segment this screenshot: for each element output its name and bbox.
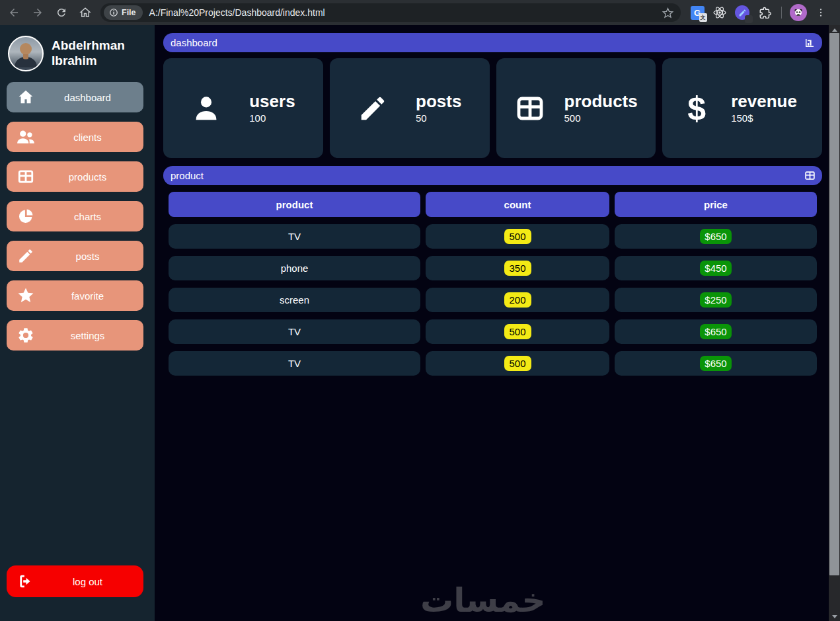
- card-title: users: [249, 93, 295, 110]
- product-cell: TV: [169, 351, 420, 376]
- sidebar-item-label: posts: [45, 251, 143, 262]
- sidebar-item-label: dashboard: [45, 92, 143, 103]
- table-icon: [514, 93, 546, 124]
- price-badge: $650: [700, 229, 731, 244]
- product-cell: TV: [169, 224, 420, 249]
- sidebar-menu: dashboard clients products charts: [0, 81, 155, 351]
- column-header-price: price: [615, 192, 817, 217]
- site-info-chip[interactable]: File: [104, 5, 143, 20]
- count-badge: 350: [504, 261, 531, 276]
- sidebar: Abdelrhman Ibrahim dashboard clients: [0, 25, 155, 621]
- table-icon: [7, 168, 45, 185]
- column-header-count: count: [426, 192, 609, 217]
- stat-card-revenue: $ revenue 150$: [662, 58, 822, 158]
- price-cell: $650: [615, 319, 817, 344]
- sidebar-item-label: settings: [45, 330, 143, 341]
- bar-chart-icon: [804, 37, 816, 49]
- logout-button[interactable]: log out: [7, 565, 143, 597]
- count-badge: 200: [504, 292, 531, 308]
- product-cell: TV: [169, 319, 420, 344]
- stat-cards: users 100 posts 50 products 500 $: [163, 58, 822, 158]
- main-content: dashboard users 100 posts 50: [155, 25, 829, 621]
- address-bar[interactable]: File A:/Final%20Projects/Dashboard/index…: [100, 3, 681, 22]
- column-header-product: product: [169, 192, 420, 217]
- count-badge: 500: [504, 356, 531, 371]
- site-info-label: File: [122, 8, 136, 17]
- pencil-icon: [7, 247, 45, 265]
- card-title: products: [564, 93, 638, 110]
- sidebar-item-clients[interactable]: clients: [7, 122, 143, 152]
- price-badge: $450: [700, 261, 731, 276]
- extensions-puzzle-icon[interactable]: [755, 3, 775, 22]
- price-cell: $250: [615, 288, 817, 312]
- table-row: phone 350 $450: [169, 256, 817, 280]
- gear-icon: [7, 327, 45, 344]
- scrollbar-thumb[interactable]: [829, 33, 839, 575]
- scrollbar-down-button[interactable]: [829, 612, 840, 621]
- count-badge: 500: [504, 324, 531, 339]
- sidebar-item-settings[interactable]: settings: [7, 320, 143, 351]
- price-badge: $650: [700, 356, 731, 371]
- sidebar-item-favorite[interactable]: favorite: [7, 280, 143, 311]
- sidebar-item-label: favorite: [45, 290, 143, 302]
- count-badge: 500: [504, 229, 531, 244]
- product-section-header: product: [163, 166, 822, 185]
- url-text: A:/Final%20Projects/Dashboard/index.html: [149, 7, 325, 18]
- table-row: TV 500 $650: [169, 224, 817, 249]
- browser-toolbar: File A:/Final%20Projects/Dashboard/index…: [0, 0, 840, 25]
- forward-button[interactable]: [26, 2, 49, 23]
- product-table: product count price TV 500 $650 phone 35…: [169, 192, 817, 376]
- price-badge: $250: [700, 292, 731, 308]
- home-icon: [79, 7, 91, 19]
- card-title: revenue: [731, 93, 797, 110]
- sidebar-item-products[interactable]: products: [7, 161, 143, 192]
- home-button[interactable]: [74, 2, 96, 23]
- table-row: TV 500 $650: [169, 319, 817, 344]
- page-scrollbar[interactable]: [829, 25, 840, 621]
- logout-label: log out: [45, 576, 143, 587]
- card-value: 150$: [731, 112, 753, 124]
- price-cell: $650: [615, 351, 817, 376]
- stat-card-products: products 500: [496, 58, 656, 158]
- card-value: 50: [416, 112, 427, 124]
- dashboard-section-title: dashboard: [171, 37, 217, 48]
- reload-icon: [56, 7, 67, 19]
- react-devtools-extension-icon[interactable]: [710, 3, 730, 22]
- khamsat-watermark: خمسات: [420, 581, 545, 620]
- profile-avatar: [8, 36, 44, 71]
- table-row: TV 500 $650: [169, 351, 817, 376]
- browser-profile-avatar[interactable]: [788, 3, 808, 22]
- browser-menu-kebab-icon[interactable]: [811, 3, 831, 22]
- bookmark-star-icon[interactable]: [662, 7, 674, 19]
- stat-card-users: users 100: [163, 58, 323, 158]
- price-cell: $650: [615, 224, 817, 249]
- card-title: posts: [416, 93, 461, 110]
- count-cell: 200: [426, 288, 609, 312]
- sidebar-item-label: charts: [45, 211, 143, 222]
- back-arrow-icon: [8, 7, 20, 19]
- card-value: 500: [564, 112, 581, 124]
- users-icon: [7, 128, 45, 145]
- table-header-row: product count price: [169, 192, 817, 217]
- dashboard-section-header: dashboard: [163, 33, 822, 52]
- forward-arrow-icon: [32, 7, 44, 19]
- pen-extension-icon[interactable]: [732, 3, 752, 22]
- reload-button[interactable]: [50, 2, 73, 23]
- user-icon: [191, 93, 221, 124]
- sidebar-item-label: products: [45, 171, 143, 183]
- count-cell: 500: [426, 319, 609, 344]
- sidebar-item-charts[interactable]: charts: [7, 201, 143, 231]
- toolbar-divider: [781, 7, 782, 19]
- stat-card-posts: posts 50: [330, 58, 490, 158]
- sidebar-item-label: clients: [45, 132, 143, 143]
- profile-section: Abdelrhman Ibrahim: [0, 25, 155, 81]
- count-cell: 350: [426, 256, 609, 280]
- translate-extension-icon[interactable]: G文: [687, 3, 707, 22]
- product-cell: phone: [169, 256, 420, 280]
- dollar-icon: $: [687, 92, 706, 125]
- pencil-icon: [358, 93, 388, 124]
- table-row: screen 200 $250: [169, 288, 817, 312]
- back-button[interactable]: [3, 2, 25, 23]
- sidebar-item-dashboard[interactable]: dashboard: [7, 82, 143, 112]
- sidebar-item-posts[interactable]: posts: [7, 241, 143, 271]
